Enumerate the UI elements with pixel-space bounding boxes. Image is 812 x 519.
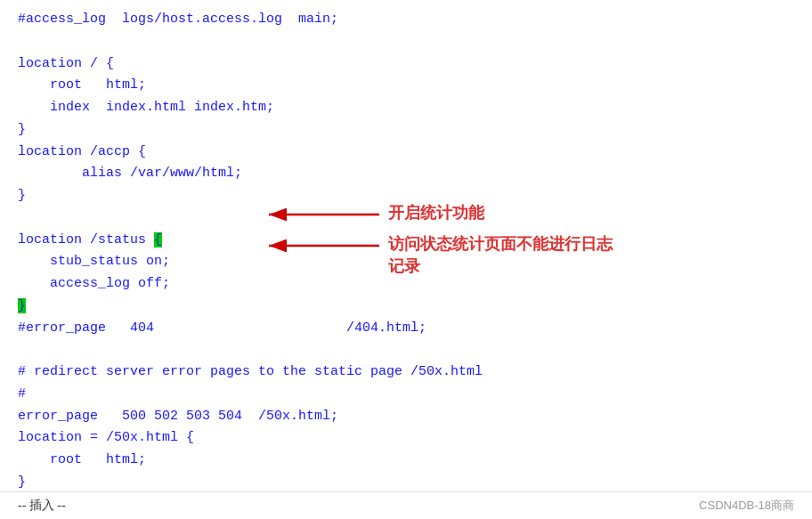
highlight-brace-open: {	[154, 232, 162, 247]
code-line-18: #	[18, 384, 794, 406]
code-line-1: #access_log logs/host.access.log main;	[18, 9, 794, 31]
code-line-5: index index.html index.htm;	[18, 97, 794, 119]
code-line-20: location = /50x.html {	[18, 427, 794, 450]
code-line-21: root html;	[18, 450, 794, 472]
code-line-8: alias /var/www/html;	[18, 163, 794, 185]
annotation-rizhi: 访问状态统计页面不能进行日志 记录	[256, 221, 506, 279]
code-line-14: }	[18, 296, 794, 318]
code-line-4: root html;	[18, 75, 794, 97]
annotation-rizhi-label: 访问状态统计页面不能进行日志 记录	[388, 233, 613, 278]
annotation-rizhi-line2: 记录	[388, 257, 420, 275]
bottom-bar: -- 插入 -- CSDN4DB-18商商	[0, 491, 812, 519]
code-line-16	[18, 339, 794, 361]
code-line-6: }	[18, 119, 794, 142]
code-line-2	[18, 31, 794, 53]
code-line-3: location / {	[18, 53, 794, 76]
code-line-22: }	[18, 472, 794, 494]
code-line-15: #error_page 404 /404.html;	[18, 318, 794, 340]
code-line-17: # redirect server error pages to the sta…	[18, 361, 794, 384]
editor-mode: -- 插入 --	[18, 498, 66, 514]
code-line-7: location /accp {	[18, 142, 794, 164]
annotation-rizhi-line1: 访问状态统计页面不能进行日志	[388, 235, 613, 253]
code-line-19: error_page 500 502 503 504 /50x.html;	[18, 406, 794, 428]
brand-label: CSDN4DB-18商商	[699, 498, 794, 514]
highlight-brace-close: }	[18, 298, 26, 313]
